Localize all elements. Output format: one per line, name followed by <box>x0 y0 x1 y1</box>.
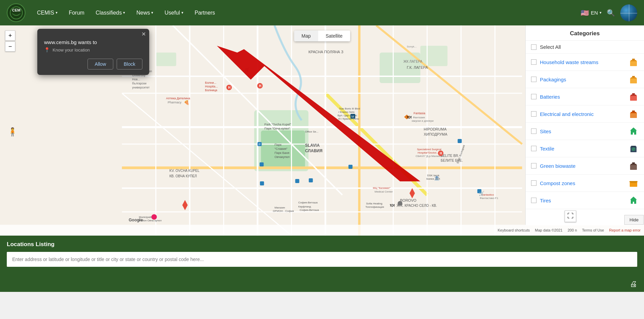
svg-text:BOROVO: BOROVO <box>400 198 417 202</box>
svg-text:Топлофикация: Топлофикация <box>366 205 384 208</box>
block-button[interactable]: Block <box>117 59 142 69</box>
scale-text: 200 n <box>568 228 577 232</box>
category-batteries[interactable]: Batteries <box>526 88 644 105</box>
tires-checkbox[interactable] <box>531 198 536 203</box>
textile-icon <box>628 143 639 154</box>
svg-rect-6 <box>421 46 448 66</box>
svg-text:Парк Баня: Парк Баня <box>275 151 290 155</box>
useful-chevron-icon: ▾ <box>181 11 183 15</box>
household-checkbox[interactable] <box>531 59 536 65</box>
category-tires[interactable]: Tires <box>526 192 644 209</box>
svg-text:Municipality -: Municipality - <box>139 216 155 219</box>
keyboard-shortcuts-link[interactable]: Keyboard shortcuts <box>497 228 530 232</box>
categories-title: Categories <box>526 25 644 41</box>
select-all-item[interactable]: Select All <box>526 41 644 54</box>
svg-rect-103 <box>477 189 482 193</box>
svg-text:български: български <box>132 82 147 85</box>
nav-news[interactable]: News ▾ <box>132 7 158 19</box>
svg-text:ЖК ЛАГЕРА: ЖК ЛАГЕРА <box>404 60 423 63</box>
report-link[interactable]: Report a map error <box>609 228 641 232</box>
nav-partners[interactable]: Partners <box>190 7 220 19</box>
textile-label: Textile <box>540 146 625 152</box>
svg-text:КРАСНА ПОЛЯНА З: КРАСНА ПОЛЯНА З <box>309 50 344 54</box>
nav-forum[interactable]: Forum <box>64 7 89 19</box>
svg-text:KV. OVCHA KUPEL: KV. OVCHA KUPEL <box>170 169 200 173</box>
svg-text:университет: университет <box>132 86 150 89</box>
zoom-controls: + − <box>5 31 15 52</box>
textile-checkbox[interactable] <box>531 146 536 151</box>
svg-rect-101 <box>309 178 313 182</box>
street-view-person[interactable]: 🧍 <box>7 127 18 137</box>
news-chevron-icon: ▾ <box>151 11 153 15</box>
language-selector[interactable]: 🇺🇸 EN ▾ <box>581 9 602 17</box>
svg-text:Office Se...: Office Se... <box>305 130 318 133</box>
svg-rect-124 <box>630 78 637 83</box>
svg-text:🍽: 🍽 <box>407 115 411 120</box>
packagings-checkbox[interactable] <box>531 77 536 82</box>
svg-rect-126 <box>632 76 635 78</box>
terms-link[interactable]: Terms of Use <box>582 228 604 232</box>
globe-icon[interactable] <box>620 4 637 21</box>
svg-rect-142 <box>629 181 638 182</box>
hide-panel-button[interactable]: Hide <box>624 215 644 225</box>
nav-useful[interactable]: Useful ▾ <box>160 7 188 19</box>
svg-rect-137 <box>630 164 637 170</box>
svg-text:Hospita...: Hospita... <box>205 85 218 88</box>
search-icon[interactable]: 🔍 <box>607 9 615 17</box>
print-icon[interactable]: 🖨 <box>630 280 637 288</box>
sites-checkbox[interactable] <box>531 128 536 134</box>
svg-text:Район Овча купел: Район Овча купел <box>139 219 162 222</box>
logo-area[interactable]: CEM <box>7 3 25 22</box>
category-electrical[interactable]: Electrical and electronic <box>526 105 644 123</box>
compost-checkbox[interactable] <box>531 180 536 186</box>
svg-text:🏦: 🏦 <box>434 175 440 181</box>
green-checkbox[interactable] <box>531 163 536 168</box>
zoom-out-button[interactable]: − <box>5 41 15 52</box>
popup-title: www.cemis.bg wants to <box>44 39 142 45</box>
svg-marker-143 <box>630 197 637 204</box>
locations-search-input[interactable] <box>7 252 637 267</box>
category-sites[interactable]: Sites <box>526 123 644 140</box>
svg-rect-105 <box>351 114 355 119</box>
household-label: Household waste streams <box>540 59 625 65</box>
category-compost[interactable]: Compost zones <box>526 175 644 192</box>
category-household[interactable]: Household waste streams <box>526 54 644 71</box>
popup-close-button[interactable]: ✕ <box>141 31 146 37</box>
logo[interactable]: CEM <box>7 3 25 22</box>
electrical-checkbox[interactable] <box>531 111 536 117</box>
batteries-icon <box>628 92 639 102</box>
nav-classifieds[interactable]: Classifieds ▾ <box>91 7 130 19</box>
allow-button[interactable]: Allow <box>87 59 113 69</box>
svg-text:Аптека Детелина: Аптека Детелина <box>166 97 190 100</box>
svg-rect-100 <box>295 179 299 183</box>
popup-subtitle: 📍 Know your location <box>44 47 142 53</box>
svg-text:Pharmacy: Pharmacy <box>168 101 182 104</box>
svg-text:Нов...: Нов... <box>132 78 140 81</box>
svg-rect-99 <box>260 181 264 185</box>
svg-text:Фантазия: Фантазия <box>413 116 425 119</box>
svg-point-92 <box>257 83 263 88</box>
category-packagings[interactable]: Packagings <box>526 71 644 88</box>
nav-cemis[interactable]: CEMIS ▾ <box>32 7 62 19</box>
svg-text:Банка ДСК: Банка ДСК <box>427 177 441 180</box>
category-green[interactable]: Green biowaste <box>526 157 644 175</box>
locations-title: Locations Listing <box>7 241 637 248</box>
svg-point-90 <box>227 85 232 90</box>
svg-rect-98 <box>260 162 264 166</box>
fullscreen-button[interactable] <box>565 211 576 222</box>
select-all-checkbox[interactable] <box>531 44 536 50</box>
popup-header: ✕ <box>37 29 149 39</box>
svg-line-28 <box>376 25 522 144</box>
svg-point-118 <box>398 201 403 206</box>
locations-footer: 🖨 <box>0 276 644 292</box>
svg-text:СЛАВИЯ: СЛАВИЯ <box>305 148 323 153</box>
map-view-toggle: Map Satellite <box>294 31 350 41</box>
satellite-view-button[interactable]: Satellite <box>318 31 350 41</box>
zoom-in-button[interactable]: + <box>5 31 15 41</box>
svg-line-27 <box>173 25 343 195</box>
category-textile[interactable]: Textile <box>526 140 644 157</box>
svg-text:София-Витоша: София-Витоша <box>298 201 318 204</box>
svg-rect-121 <box>630 61 637 66</box>
batteries-checkbox[interactable] <box>531 94 536 99</box>
map-view-button[interactable]: Map <box>294 31 318 41</box>
